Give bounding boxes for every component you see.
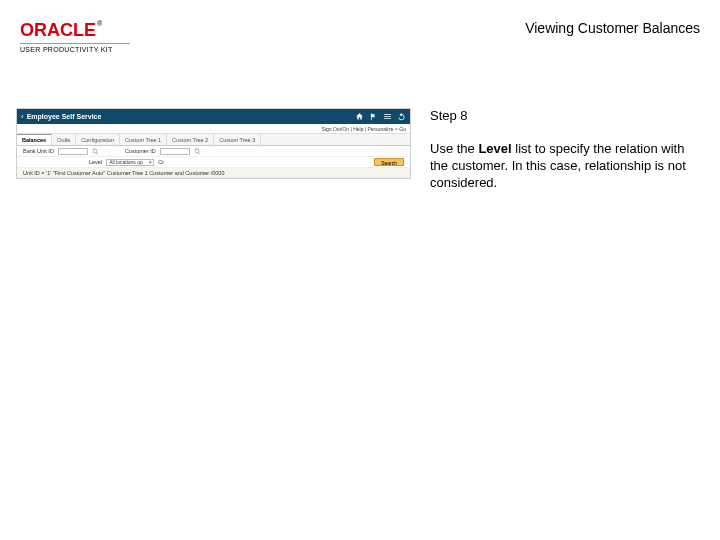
brand-text: ORACLE <box>20 20 96 40</box>
tab-custom-tree-1[interactable]: Custom Tree 1 <box>120 134 167 145</box>
customer-id-label: Customer ID <box>125 148 156 154</box>
tab-label: Custom Tree 3 <box>219 137 255 143</box>
page-header: ORACLE® USER PRODUCTIVITY KIT Viewing Cu… <box>20 20 700 53</box>
bank-unit-label: Bank Unit ID <box>23 148 54 154</box>
subbrand-text: USER PRODUCTIVITY KIT <box>20 43 130 53</box>
level-dropdown[interactable]: All locations op ▾ <box>106 159 154 166</box>
criteria-summary: Unit ID = '1' "First Customer Auto" Cust… <box>17 168 410 178</box>
trademark: ® <box>97 20 102 27</box>
filter-row-1: Bank Unit ID Customer ID <box>17 146 410 157</box>
back-icon[interactable]: ‹ <box>21 112 24 121</box>
app-titlebar-right <box>355 112 406 121</box>
page-title: Viewing Customer Balances <box>525 20 700 36</box>
instruction-text: Use the Level list to specify the relati… <box>430 141 690 192</box>
tab-balances[interactable]: Balances <box>17 134 52 145</box>
tabstrip: Balances Outle Configuration Custom Tree… <box>17 134 410 146</box>
app-screenshot: ‹ Employee Self Service Sign Out/On | He… <box>16 108 411 179</box>
tab-label: Configuration <box>81 137 114 143</box>
tab-label: Custom Tree 1 <box>125 137 161 143</box>
tab-configuration[interactable]: Configuration <box>76 134 120 145</box>
search-button-label: Search <box>381 160 397 166</box>
home-icon[interactable] <box>355 112 364 121</box>
header-links-text[interactable]: Sign Out/On | Help | Personalize > Go <box>322 126 406 132</box>
app-titlebar: ‹ Employee Self Service <box>17 109 410 124</box>
level-dropdown-value: All locations op <box>109 159 143 165</box>
search-button[interactable]: Search <box>374 158 404 166</box>
lookup-icon[interactable] <box>194 148 201 155</box>
lookup-icon[interactable] <box>92 148 99 155</box>
cr-label: Cr <box>158 159 164 165</box>
app-title: Employee Self Service <box>27 113 102 120</box>
tab-label: Custom Tree 2 <box>172 137 208 143</box>
level-label: Level <box>89 159 102 165</box>
tab-label: Outle <box>57 137 70 143</box>
menu-icon[interactable] <box>383 112 392 121</box>
customer-id-input[interactable] <box>160 148 190 155</box>
tab-outle[interactable]: Outle <box>52 134 76 145</box>
app-titlebar-left: ‹ Employee Self Service <box>21 112 101 121</box>
tab-custom-tree-2[interactable]: Custom Tree 2 <box>167 134 214 145</box>
chevron-down-icon: ▾ <box>149 159 153 165</box>
tab-label: Balances <box>22 137 46 143</box>
bank-unit-input[interactable] <box>58 148 88 155</box>
instr-before: Use the <box>430 141 478 156</box>
app-header-links: Sign Out/On | Help | Personalize > Go <box>17 124 410 134</box>
filter-row-2: Level All locations op ▾ Cr Search <box>17 157 410 168</box>
brand-block: ORACLE® USER PRODUCTIVITY KIT <box>20 20 130 53</box>
instr-bold: Level <box>478 141 511 156</box>
criteria-text: Unit ID = '1' "First Customer Auto" Cust… <box>23 170 225 176</box>
flag-icon[interactable] <box>369 112 378 121</box>
refresh-icon[interactable] <box>397 112 406 121</box>
step-label: Step 8 <box>430 108 690 123</box>
instruction-panel: Step 8 Use the Level list to specify the… <box>430 108 690 192</box>
tab-custom-tree-3[interactable]: Custom Tree 3 <box>214 134 261 145</box>
oracle-logo: ORACLE® <box>20 20 130 41</box>
